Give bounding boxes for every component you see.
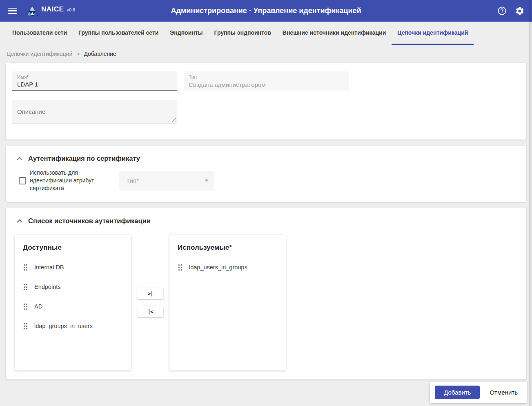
cancel-button[interactable]: Отменить [485, 386, 522, 399]
scrollbar[interactable] [529, 0, 532, 406]
menu-icon[interactable] [7, 5, 19, 17]
type-field-label: Тип [189, 74, 344, 80]
logo-triangle-icon [26, 5, 38, 16]
tab-external-identity-sources[interactable]: Внешние источники идентификации [277, 22, 392, 45]
sources-section-title: Список источников аутентификации [28, 217, 151, 225]
source-item-label: ldap_groups_in_users [34, 323, 93, 329]
type-field: Тип Создана администратором [184, 71, 349, 91]
list-item[interactable]: ldap_groups_in_users [15, 316, 131, 336]
tab-endpoints[interactable]: Эндпоинты [164, 22, 208, 45]
list-item[interactable]: Endpoints [15, 277, 131, 297]
certificate-type-select-placeholder: Тип* [126, 177, 139, 184]
move-all-left-button[interactable]: |< [137, 306, 163, 317]
name-field-label: Имя* [17, 74, 172, 80]
app-version: v0.8 [67, 7, 75, 12]
move-all-right-button[interactable]: >| [137, 288, 163, 299]
help-icon[interactable] [496, 5, 508, 16]
sources-section-header[interactable]: Список источников аутентификации [6, 208, 526, 225]
description-input[interactable] [12, 100, 177, 124]
app-name: NAICE [41, 5, 64, 13]
auth-sources-panel: Список источников аутентификации Доступн… [6, 208, 526, 379]
source-item-label: ldap_users_in_groups [189, 264, 247, 271]
name-input[interactable] [17, 80, 172, 88]
used-sources-card: Используемые* ldap_users_in_groups [169, 235, 286, 371]
app-header: NAICE v0.8 Администрирование · Управлени… [0, 0, 532, 22]
certificate-checkbox-label: Использовать для идентификации атрибут с… [30, 169, 102, 192]
transfer-buttons: >| |< [131, 288, 169, 317]
app-logo: NAICE v0.8 [26, 5, 75, 16]
breadcrumb-separator: > [76, 51, 80, 57]
collapse-chevron-icon[interactable] [16, 157, 23, 161]
breadcrumb-current: Добавление [84, 51, 116, 57]
tab-bar: Пользователи сети Группы пользователей с… [0, 22, 532, 45]
settings-gear-icon[interactable] [514, 5, 525, 17]
drag-handle-icon[interactable] [23, 283, 28, 291]
name-field[interactable]: Имя* [12, 71, 177, 91]
type-field-value: Создана администратором [189, 80, 344, 88]
source-item-label: Endpoints [34, 284, 61, 290]
tab-endpoint-groups[interactable]: Группы эндпоинтов [209, 22, 277, 45]
certificate-auth-panel: Аутентификация по сертификату Использова… [6, 146, 526, 202]
drag-handle-icon[interactable] [178, 264, 183, 271]
chain-form-panel: Имя* Тип Создана администратором [6, 63, 526, 140]
tab-identification-chains[interactable]: Цепочки идентификаций [392, 22, 474, 45]
list-item[interactable]: ldap_users_in_groups [169, 257, 286, 277]
tab-network-user-groups[interactable]: Группы пользователей сети [73, 22, 164, 45]
breadcrumb-parent-link[interactable]: Цепочки идентификаций [7, 51, 72, 57]
certificate-attribute-checkbox[interactable] [19, 177, 26, 184]
description-field[interactable] [12, 100, 177, 124]
list-item[interactable]: Internal DB [15, 257, 131, 277]
source-item-label: Internal DB [34, 264, 64, 271]
available-sources-card: Доступные Internal DB Endpoints AD [15, 235, 131, 371]
drag-handle-icon[interactable] [23, 264, 28, 271]
used-sources-title: Используемые* [169, 244, 286, 257]
breadcrumb: Цепочки идентификаций > Добавление [0, 45, 532, 63]
chevron-down-icon [205, 180, 209, 182]
available-sources-title: Доступные [15, 244, 131, 257]
page-title: Администрирование · Управление идентифик… [171, 7, 361, 15]
certificate-type-select: Тип* [119, 171, 214, 191]
certificate-section-header[interactable]: Аутентификация по сертификату [6, 146, 526, 162]
form-actions: Добавить Отменить [430, 382, 527, 403]
certificate-section-title: Аутентификация по сертификату [28, 155, 140, 162]
source-item-label: AD [34, 303, 42, 310]
submit-button[interactable]: Добавить [435, 386, 480, 399]
drag-handle-icon[interactable] [23, 322, 28, 330]
collapse-chevron-icon[interactable] [16, 219, 23, 223]
drag-handle-icon[interactable] [23, 303, 28, 311]
tab-network-users[interactable]: Пользователи сети [7, 22, 73, 45]
list-item[interactable]: AD [15, 297, 131, 316]
